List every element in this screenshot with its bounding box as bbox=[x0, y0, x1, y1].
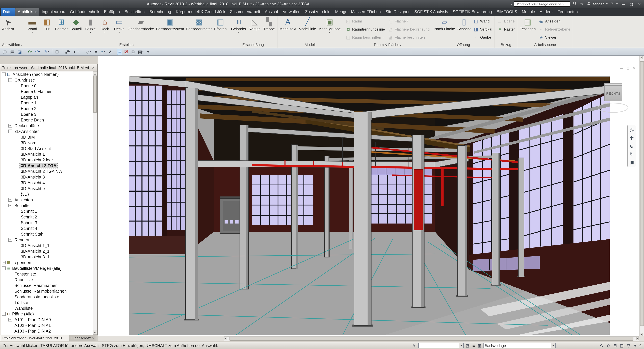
ribbon-button-bauteil[interactable]: ◆Bauteil▾ bbox=[69, 16, 83, 40]
ribbon-tab-module[interactable]: Module bbox=[520, 8, 538, 16]
section-icon[interactable]: ⊘ bbox=[107, 48, 113, 55]
sync-icon[interactable]: ⟳ bbox=[27, 48, 33, 55]
save-icon[interactable]: ◪ bbox=[16, 48, 23, 55]
view-hscrollbar-thumb[interactable] bbox=[230, 337, 634, 340]
ribbon-button-schacht[interactable]: ▯Schacht bbox=[456, 16, 472, 40]
help-icon[interactable]: ? bbox=[609, 2, 615, 6]
worksets-dropdown[interactable]: ▼ bbox=[418, 343, 464, 348]
tree-item-3d-bim[interactable]: 3D BIM bbox=[1, 134, 92, 140]
tree-item-a101-plan-din-a0[interactable]: +A101 - Plan DIN A0 bbox=[1, 317, 92, 322]
tree-scrollbar[interactable]: ▲ ▼ bbox=[92, 72, 97, 334]
view-close-icon[interactable]: ✕ bbox=[632, 66, 637, 70]
ribbon-button-modelltext[interactable]: AModelltext bbox=[278, 16, 297, 40]
pan-icon[interactable]: ✚ bbox=[628, 134, 636, 142]
ribbon-button-modellgruppe[interactable]: ▣Modellgruppe▾ bbox=[318, 16, 342, 40]
view-cube[interactable]: RECHTS bbox=[597, 83, 630, 118]
panel-label-erstellen[interactable]: Erstellen bbox=[24, 42, 229, 48]
tree-item-sonderausstattungsliste[interactable]: Sonderausstattungsliste bbox=[1, 294, 92, 300]
tree-item-ebene-0-flächen[interactable]: Ebene 0 Flächen bbox=[1, 88, 92, 94]
drawing-area[interactable]: —▢✕ bbox=[98, 56, 644, 336]
panel-label-raum-fläche[interactable]: Raum & Fläche ▾ bbox=[343, 42, 432, 48]
tree-item-3d-ansicht-2-tga-nw[interactable]: 3D-Ansicht 2 TGA NW bbox=[1, 168, 92, 174]
view-hscrollbar[interactable]: ◀ ▶ bbox=[224, 336, 639, 341]
view-restore-icon[interactable]: ▢ bbox=[626, 66, 630, 70]
dropdown-caret-icon[interactable]: ▼ bbox=[459, 343, 463, 348]
tree-item-a103-plan-din-a2[interactable]: A103 - Plan DIN A2 bbox=[1, 328, 92, 334]
rewind-icon[interactable]: ▣ bbox=[628, 158, 636, 166]
tab-projektbrowser[interactable]: Projektbrowser - Werkhalle final_2018_..… bbox=[0, 335, 69, 341]
collapse-icon[interactable]: − bbox=[2, 266, 6, 270]
tree-item-bauteillisten-mengen-alle[interactable]: −≣Bauteillisten/Mengen (alle) bbox=[1, 266, 92, 271]
ribbon-tab-sofistik-analysis[interactable]: SOFiSTiK Analysis bbox=[412, 8, 450, 16]
select-pinned-icon[interactable]: ▽ bbox=[626, 343, 631, 348]
maximize-button[interactable]: ▢ bbox=[628, 1, 636, 7]
dropdown-caret-icon[interactable]: ▼ bbox=[551, 343, 555, 348]
ribbon-tab-verwalten[interactable]: Verwalten bbox=[280, 8, 303, 16]
tree-item-wandliste[interactable]: Wandliste bbox=[1, 306, 92, 311]
tree-item-schnitt-4[interactable]: Schnitt 4 bbox=[1, 226, 92, 231]
tree-item-legenden[interactable]: +▦Legenden bbox=[1, 260, 92, 266]
expand-icon[interactable]: + bbox=[8, 124, 12, 128]
tree-item-3d-ansicht-5[interactable]: 3D-Ansicht 5 bbox=[1, 186, 92, 191]
tree-item-3d-ansicht-1-1[interactable]: 3D-Ansicht 1_1 bbox=[1, 242, 92, 248]
tree-item-türliste[interactable]: Türliste bbox=[1, 300, 92, 306]
tree-item-ebene-1[interactable]: Ebene 1 bbox=[1, 100, 92, 106]
ribbon-tab-einfügen[interactable]: Einfügen bbox=[102, 8, 122, 16]
expand-icon[interactable]: + bbox=[2, 261, 6, 264]
ribbon-button-festlegen[interactable]: ▦Festlegen bbox=[518, 16, 537, 40]
view-cube-compass-ring[interactable] bbox=[598, 103, 628, 113]
tree-item-grundrisse[interactable]: −Grundrisse bbox=[1, 77, 92, 83]
ribbon-button-fassadenraster[interactable]: ▩Fassadenraster bbox=[185, 16, 213, 40]
switch-windows-icon[interactable]: ▦▾ bbox=[136, 48, 145, 55]
help-menu-caret-icon[interactable]: ▾ bbox=[616, 2, 618, 5]
ribbon-button-fenster[interactable]: ⊞Fenster bbox=[54, 16, 69, 40]
close-hidden-windows-icon[interactable]: ☒ bbox=[123, 48, 129, 55]
tree-item-ebene-0[interactable]: Ebene 0 bbox=[1, 83, 92, 88]
ribbon-button-vertikal[interactable]: ◨Vertikal bbox=[472, 25, 494, 33]
zoom-icon[interactable]: ⊕ bbox=[628, 142, 636, 150]
tree-item-pläne-alle[interactable]: −⊟Pläne (Alle) bbox=[1, 311, 92, 317]
text-icon[interactable]: A bbox=[93, 48, 99, 55]
ribbon-tab-ändern[interactable]: Ändern bbox=[537, 8, 555, 16]
close-icon[interactable]: ✕ bbox=[90, 66, 96, 70]
press-drag-icon[interactable]: ◇ bbox=[606, 343, 611, 348]
qat-customize-icon[interactable]: ▾ bbox=[146, 48, 150, 55]
tree-item-schlüssel-raumoberflächen[interactable]: Schlüssel Raumoberflächen bbox=[1, 288, 92, 294]
default-3d-view-icon[interactable]: ⌂▾ bbox=[100, 48, 106, 55]
close-button[interactable]: ✕ bbox=[636, 1, 644, 7]
ribbon-tab-mengen-massen-flächen[interactable]: Mengen-Massen-Flächen bbox=[333, 8, 383, 16]
ribbon-button-geschossdecke[interactable]: ▰Geschossdecke▾ bbox=[127, 16, 155, 40]
panel-label-arbeitsebene[interactable]: Arbeitsebene bbox=[518, 42, 573, 48]
ribbon-button-gaube[interactable]: ⌂Gaube bbox=[472, 33, 494, 41]
aligned-dimension-icon[interactable]: ⟷ bbox=[72, 48, 81, 55]
ribbon-tab-site-designer[interactable]: Site Designer bbox=[383, 8, 412, 16]
ribbon-button-raster[interactable]: #Raster bbox=[496, 25, 516, 33]
ribbon-button-dach[interactable]: ⌂Dach▾ bbox=[98, 16, 112, 40]
ribbon-tab-gebäudetechnik[interactable]: Gebäudetechnik bbox=[68, 8, 102, 16]
expand-icon[interactable]: + bbox=[8, 318, 12, 322]
tree-item-ebene-3[interactable]: Ebene 3 bbox=[1, 112, 92, 117]
ribbon-button-pfosten[interactable]: ▥Pfosten bbox=[213, 16, 228, 40]
tree-item-3d-ansicht-3-1[interactable]: 3D-Ansicht 3_1 bbox=[1, 254, 92, 260]
ribbon-tab-zusammenarbeit[interactable]: Zusammenarbeit bbox=[228, 8, 262, 16]
tree-item-{3d}[interactable]: {3D} bbox=[1, 191, 92, 197]
expand-icon[interactable]: + bbox=[8, 198, 12, 202]
measure-icon[interactable]: ⤢▾ bbox=[64, 48, 72, 55]
view-minimize-icon[interactable]: — bbox=[619, 66, 624, 70]
tab-eigenschaften[interactable]: Eigenschaften bbox=[69, 335, 96, 341]
panel-label-bezug[interactable]: Bezug bbox=[495, 42, 517, 48]
cascade-windows-icon[interactable]: ⧉ bbox=[130, 48, 136, 55]
ribbon-tab-beschriften[interactable]: Beschriften bbox=[122, 8, 147, 16]
tree-item-schnitt-stahl[interactable]: Schnitt Stahl bbox=[1, 231, 92, 237]
tree-item-deckenpläne[interactable]: +Deckenpläne bbox=[1, 123, 92, 128]
ribbon-button-modelllinie[interactable]: ╱Modelllinie bbox=[298, 16, 317, 40]
collapse-icon[interactable]: − bbox=[2, 312, 6, 316]
tree-item-3d-ansicht-2-leer[interactable]: 3D-Ansicht 2 leer bbox=[1, 157, 92, 163]
tree-item-fensterliste[interactable]: Fensterliste bbox=[1, 271, 92, 277]
filter-icon[interactable]: ▼ bbox=[633, 343, 638, 348]
tree-item-schnitt-1[interactable]: Schnitt 1 bbox=[1, 208, 92, 214]
ribbon-button-nach-fläche[interactable]: ▱Nach Fläche bbox=[433, 16, 456, 40]
tree-item-3d-ansicht-2-tga[interactable]: 3D-Ansicht 2 TGA bbox=[1, 163, 92, 168]
panel-label-auswählen[interactable]: Auswählen ▾ bbox=[0, 42, 24, 48]
collapse-icon[interactable]: − bbox=[8, 130, 12, 133]
